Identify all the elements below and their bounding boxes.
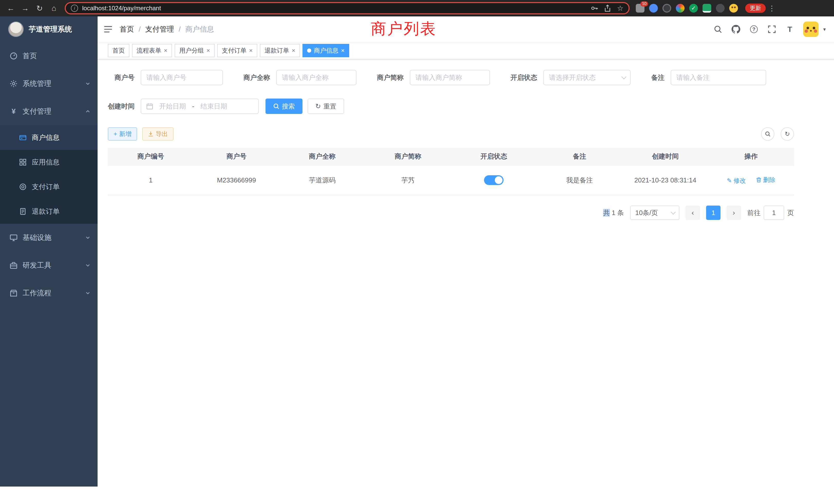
export-button[interactable]: 导出 [142,127,174,141]
avatar-caret-icon[interactable]: ▾ [823,26,826,32]
merchant-table: 商户编号 商户号 商户全称 商户简称 开启状态 备注 创建时间 操作 1 M23… [108,148,794,195]
col-merchant-id: 商户编号 [108,148,194,165]
sidebar-item-infrastructure[interactable]: 基础设施 [0,224,97,251]
sidebar-item-workflow[interactable]: 工作流程 [0,279,97,307]
reset-button[interactable]: ↻ 重置 [308,98,344,114]
status-label: 开启状态 [510,73,537,82]
chevron-down-icon [85,263,90,268]
edit-button[interactable]: ✎ 修改 [727,177,746,185]
extension-blue-icon[interactable] [649,4,658,13]
next-page-button[interactable]: › [727,206,741,220]
remark-input[interactable] [671,70,766,85]
search-button[interactable]: 搜索 [265,98,303,114]
share-icon[interactable] [604,5,611,12]
add-button[interactable]: + 新增 [108,127,137,141]
hamburger-icon[interactable] [104,25,112,33]
chevron-down-icon [671,209,676,214]
browser-update-button[interactable]: 更新 [745,4,766,13]
extension-dark-icon[interactable] [662,4,671,13]
table-header-row: 商户编号 商户号 商户全称 商户简称 开启状态 备注 创建时间 操作 [108,148,794,165]
bookmark-star-icon[interactable]: ☆ [617,4,623,13]
full-name-input[interactable] [276,70,356,85]
short-name-input[interactable] [410,70,490,85]
extension-green-check-icon[interactable]: ✓ [689,4,698,13]
sidebar-item-refund-orders[interactable]: 退款订单 [0,199,97,224]
top-navbar: 首页 / 支付管理 / 商户信息 ? T ▾ [97,17,834,42]
col-short-name: 商户简称 [365,148,451,165]
delete-button[interactable]: 删除 [756,176,775,184]
font-size-icon[interactable]: T [785,25,794,34]
page-number-button[interactable]: 1 [706,206,721,220]
chevron-down-icon [85,291,90,296]
merchant-no-input[interactable] [141,70,223,85]
search-icon[interactable] [713,25,723,34]
breadcrumb-payment[interactable]: 支付管理 [145,24,174,34]
reload-icon[interactable]: ↻ [33,2,46,15]
tab-home[interactable]: 首页 [108,44,129,57]
sidebar-item-home[interactable]: 首页 [0,42,97,70]
goto-page-input[interactable] [764,206,784,220]
close-icon[interactable]: × [164,47,168,54]
extensions-puzzle-icon[interactable]: 10 [636,4,644,13]
close-icon[interactable]: × [206,47,210,54]
tab-user-group[interactable]: 用户分组 × [175,44,215,57]
tab-refund-orders[interactable]: 退款订单 × [260,44,300,57]
merchant-no-label: 商户号 [108,73,135,82]
breadcrumb: 首页 / 支付管理 / 商户信息 [120,24,214,34]
create-time-range-picker[interactable]: 开始日期 - 结束日期 [141,98,259,114]
extension-notes-icon[interactable] [703,4,711,13]
fullscreen-icon[interactable] [767,25,776,34]
address-bar[interactable]: i localhost:1024/pay/merchant ☆ [65,2,630,14]
yen-icon: ¥ [10,107,18,115]
user-avatar[interactable] [803,22,818,37]
status-select[interactable]: 请选择开启状态 [543,70,631,85]
sidebar-item-payment[interactable]: ¥ 支付管理 [0,97,97,125]
refresh-table-button[interactable]: ↻ [781,127,794,141]
active-tab-dot [307,48,311,53]
trash-icon [756,177,762,183]
cell-status [451,165,537,195]
breadcrumb-current: 商户信息 [185,24,214,34]
extension-emoji-icon[interactable] [729,4,738,13]
logo[interactable]: 芋道管理系统 [0,17,97,42]
cell-remark: 我是备注 [537,165,622,195]
prev-page-button[interactable]: ‹ [686,206,700,220]
main-area: 首页 / 支付管理 / 商户信息 ? T ▾ [97,17,834,486]
home-icon[interactable]: ⌂ [47,2,61,15]
browser-menu-icon[interactable]: ⋮ [767,4,777,13]
tags-view-bar: 首页 流程表单 × 用户分组 × 支付订单 × 退款订单 × 商户信息 × [97,42,834,60]
extension-puzzle-dark-icon[interactable] [716,4,725,13]
github-icon[interactable] [731,25,741,34]
sidebar-item-system[interactable]: 系统管理 [0,70,97,97]
status-toggle[interactable] [484,175,504,185]
sidebar-item-pay-orders[interactable]: 支付订单 [0,175,97,199]
back-icon[interactable]: ← [4,2,18,15]
tab-process-form[interactable]: 流程表单 × [132,44,172,57]
page-size-select[interactable]: 10条/页 [630,206,679,220]
site-info-icon[interactable]: i [71,5,78,12]
help-icon[interactable]: ? [749,25,759,34]
create-time-label: 创建时间 [108,102,135,111]
extension-colorful-icon[interactable] [676,4,684,13]
forward-icon[interactable]: → [19,2,32,15]
remark-label: 备注 [651,73,664,82]
full-name-label: 商户全称 [243,73,270,82]
tab-pay-orders[interactable]: 支付订单 × [217,44,257,57]
monitor-icon [10,234,18,242]
toggle-search-button[interactable] [761,127,774,141]
breadcrumb-home[interactable]: 首页 [120,24,134,34]
tab-merchant-info[interactable]: 商户信息 × [303,44,349,57]
close-icon[interactable]: × [292,47,295,54]
gear-icon [10,80,18,88]
extensions-row: 10 ✓ [636,4,738,13]
sidebar-item-merchant-info[interactable]: 商户信息 [0,125,97,150]
cell-create-time: 2021-10-23 08:31:14 [622,165,708,195]
sidebar-item-dev-tools[interactable]: 研发工具 [0,251,97,279]
close-icon[interactable]: × [341,47,345,54]
close-icon[interactable]: × [249,47,253,54]
sidebar-item-app-info[interactable]: 应用信息 [0,150,97,175]
target-circle-icon [19,183,27,190]
extension-badge: 10 [640,1,648,6]
cell-full-name: 芋道源码 [279,165,365,195]
password-key-icon[interactable] [591,5,598,12]
